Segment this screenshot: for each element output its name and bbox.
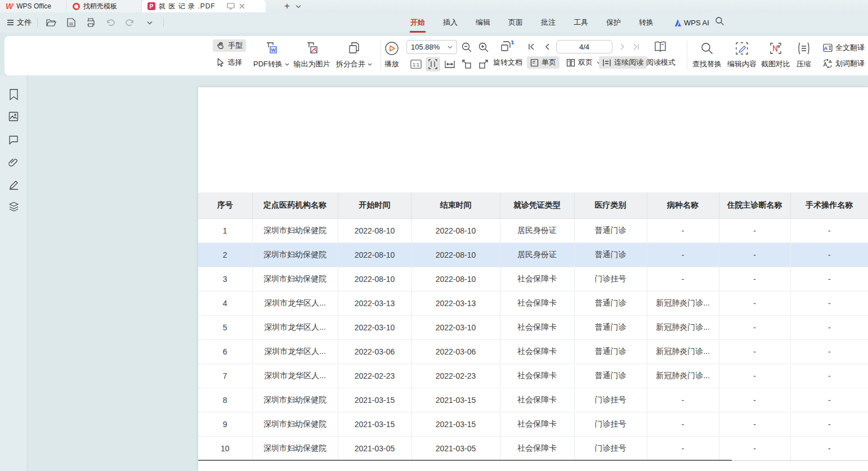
menu-tab-annotate[interactable]: 批注 [540,16,556,29]
menu-tab-tools[interactable]: 工具 [573,16,589,29]
table-row[interactable]: 1深圳市妇幼保健院2022-08-102022-08-10居民身份证普通门诊--… [198,218,868,243]
word-translation-button[interactable]: A 划词翻译 [820,57,868,70]
layers-panel-icon[interactable] [8,201,19,212]
previous-page-button[interactable] [542,41,553,52]
split-merge-button[interactable]: 拆分合并 [332,41,376,69]
find-replace-label: 查找替换 [692,59,722,69]
more-actions-chevron-icon[interactable] [144,16,156,29]
word-translation-label: 划词翻译 [835,59,865,69]
menu-tab-convert[interactable]: 转换 [638,16,654,29]
pdf-convert-label: PDF转换 [253,59,283,69]
rotate-right-button[interactable] [476,57,491,71]
print-icon[interactable] [84,16,97,29]
table-cell: 2021-03-05 [338,436,411,460]
table-cell: - [719,339,790,364]
single-page-button[interactable]: 单页 [527,56,560,69]
table-cell: - [719,243,790,267]
table-cell: - [647,243,719,267]
table-row[interactable]: 2深圳市妇幼保健院2022-08-102022-08-10居民身份证普通门诊--… [198,243,868,267]
save-icon[interactable] [65,16,77,29]
first-page-button[interactable] [526,41,537,52]
table-row[interactable]: 3深圳市妇幼保健院2022-08-102022-08-10社会保障卡门诊挂号--… [198,267,868,291]
menu-tab-home[interactable]: 开始 [410,16,426,29]
menu-tab-insert[interactable]: 插入 [442,16,458,29]
table-cell: 居民身份证 [500,243,574,267]
double-page-icon [566,59,575,67]
double-page-button[interactable]: 双页 [563,56,605,69]
export-image-button[interactable]: 输出为图片 [290,41,333,69]
edit-content-button[interactable]: 编辑内容 [723,41,761,69]
zoom-out-button[interactable] [459,40,474,55]
comments-panel-icon[interactable] [8,134,19,145]
read-mode-button[interactable]: 阅读模式 [646,57,675,68]
menu-search-icon[interactable] [715,16,724,26]
compress-button[interactable]: 压缩 [788,41,820,69]
continuous-reading-button[interactable]: 连续阅读 [599,56,647,69]
tab-docer-templates[interactable]: 找稻壳模板 [67,0,142,12]
table-cell: 门诊挂号 [574,412,647,436]
table-row[interactable]: 4深圳市龙华区人...2022-03-132022-03-13社会保障卡普通门诊… [198,291,868,315]
next-page-button[interactable] [617,41,628,52]
undo-icon[interactable] [104,16,117,29]
table-row[interactable]: 9深圳市妇幼保健院2021-03-152021-03-15社会保障卡门诊挂号--… [198,412,868,436]
swap-pages-icon[interactable] [499,39,517,55]
table-cell: - [719,364,790,388]
table-cell: 2022-02-23 [411,364,500,388]
column-header: 就诊凭证类型 [500,192,574,218]
thumbnails-panel-icon[interactable] [8,111,19,122]
table-cell: 社会保障卡 [500,315,574,339]
docer-logo-icon [73,3,80,10]
zoom-in-button[interactable] [476,40,491,55]
table-row[interactable]: 7深圳市龙华区人...2022-02-232022-02-23社会保障卡普通门诊… [198,364,868,388]
rotate-document-label[interactable]: 旋转文档 [493,57,522,68]
monitor-icon[interactable] [227,3,235,10]
signature-panel-icon[interactable] [8,179,19,190]
table-row[interactable]: 10深圳市妇幼保健院2021-03-052021-03-05社会保障卡门诊挂号-… [198,436,868,460]
full-translation-button[interactable]: A 全文翻译 [820,42,868,54]
pdf-convert-button[interactable]: W PDF转换 [252,41,290,69]
wps-logo-icon: W [6,2,13,11]
hand-tool-label: 手型 [228,41,243,51]
table-cell: 门诊挂号 [574,388,647,412]
actual-size-button[interactable]: 1:1 [409,57,423,71]
read-mode-icon[interactable] [652,39,669,55]
wps-ai-button[interactable]: WPS AI [673,12,709,33]
tab-document-pdf[interactable]: P 就 医 记 录 .PDF [142,0,266,12]
page-number-input[interactable]: 4/4 [556,40,612,53]
attachments-panel-icon[interactable] [8,156,19,168]
table-cell: 2022-08-10 [338,267,411,291]
menu-tab-protect[interactable]: 保护 [606,16,621,29]
open-file-icon[interactable] [45,16,57,29]
fit-page-button[interactable] [426,57,440,71]
tab-list-chevron-icon[interactable] [296,5,301,8]
table-row[interactable]: 5深圳市龙华区人...2022-03-102022-03-10社会保障卡普通门诊… [198,315,868,339]
menu-tab-edit[interactable]: 编辑 [475,16,491,29]
close-tab-icon[interactable] [239,3,245,9]
menu-tab-page[interactable]: 页面 [508,16,524,29]
table-cell: - [790,412,868,436]
new-tab-button[interactable]: + [284,1,290,12]
table-cell: 2022-08-10 [338,218,411,243]
table-cell: - [719,388,790,412]
table-cell: - [719,412,790,436]
table-cell: 2022-08-10 [338,243,411,267]
bookmarks-panel-icon[interactable] [8,89,19,100]
tab-wps-office[interactable]: W WPS Office [0,0,66,12]
redo-icon[interactable] [124,16,136,29]
play-button[interactable]: 播放 [377,41,406,69]
select-tool-button[interactable]: 选择 [213,56,245,69]
hand-tool-button[interactable]: 手型 [213,39,246,52]
rotate-left-button[interactable] [459,57,474,71]
file-menu-button[interactable]: 文件 [7,17,38,28]
table-cell: 1 [198,218,252,243]
zoom-level-select[interactable]: 105.88% [406,40,457,54]
fit-width-button[interactable] [442,57,457,71]
tab-label: 就 医 记 录 .PDF [159,2,216,11]
last-page-button[interactable] [630,41,642,52]
find-replace-button[interactable]: 查找替换 [688,41,726,69]
full-translation-icon: A [823,43,833,52]
table-cell: - [790,267,868,291]
table-row[interactable]: 6深圳市龙华区人...2022-03-062022-03-06社会保障卡普通门诊… [198,339,868,364]
table-cell: 新冠肺炎门诊... [647,339,719,364]
table-row[interactable]: 8深圳市妇幼保健院2021-03-152021-03-15社会保障卡门诊挂号--… [198,388,868,412]
